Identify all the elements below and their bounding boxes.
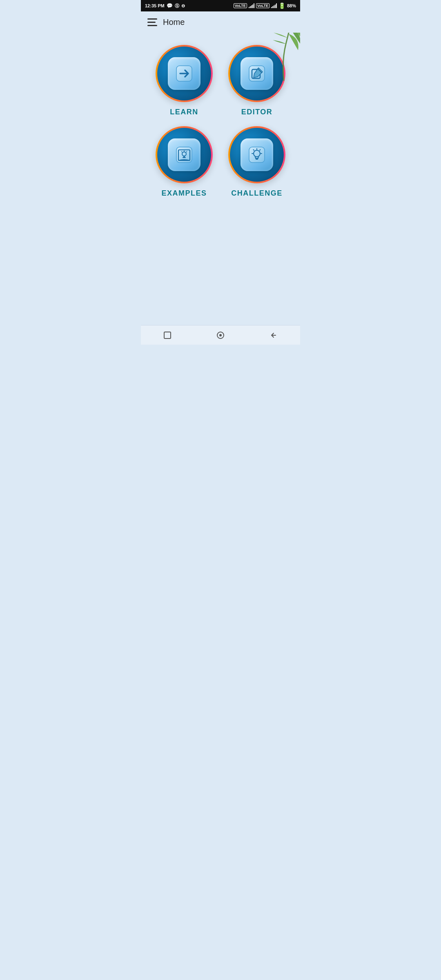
back-nav-button[interactable] [266,328,281,343]
svg-point-10 [219,334,222,336]
svg-rect-8 [164,332,171,339]
time-display: 12:35 PM [145,3,165,8]
square-nav-button[interactable] [160,328,175,343]
menu-item-challenge[interactable]: CHALLENGE [224,126,290,198]
challenge-label: CHALLENGE [231,189,283,198]
pencil-edit-icon [248,65,266,82]
app-bar: Home [141,11,300,33]
editor-label: EDITOR [241,108,273,116]
signal-bars-1 [249,3,254,8]
editor-circle-button[interactable] [228,45,285,102]
editor-icon-box [241,57,273,90]
challenge-circle-button[interactable] [228,126,285,183]
lightbulb-icon [248,146,266,164]
book-lightbulb-icon [175,146,193,164]
menu-grid: LEARN [151,45,290,198]
volte-label-2: VoLTE [256,3,270,8]
challenge-icon-box [241,138,273,171]
status-right: VoLTE VoLTE 🔋 88% [234,2,296,9]
menu-button[interactable] [147,18,157,26]
status-bar: 12:35 PM 💬 Ⓢ ⊖ VoLTE VoLTE 🔋 88% [141,0,300,11]
menu-item-learn[interactable]: LEARN [151,45,217,116]
hamburger-line-3 [147,25,157,26]
learn-circle-button[interactable] [156,45,213,102]
examples-circle-inner [157,128,211,182]
learn-circle-inner [157,47,211,100]
battery-icon: 🔋 [278,2,285,9]
circle-home-icon [216,331,225,340]
examples-label: EXAMPLES [161,189,207,198]
whatsapp-icon: 💬 [167,3,173,9]
learn-label: LEARN [170,108,198,116]
examples-icon-box [168,138,200,171]
arrow-right-icon [175,65,193,82]
notification-icon-1: Ⓢ [175,3,179,9]
signal-bars-2 [271,3,277,8]
menu-item-editor[interactable]: EDITOR [224,45,290,116]
volte-label-1: VoLTE [234,3,247,8]
challenge-circle-inner [230,128,284,182]
notification-icon-2: ⊖ [181,3,185,9]
back-arrow-icon [269,331,278,340]
hamburger-line-2 [147,22,156,23]
home-nav-button[interactable] [213,328,228,343]
learn-icon-box [168,57,200,90]
bottom-nav [141,325,300,345]
main-content: LEARN [141,33,300,206]
square-icon [163,331,172,340]
status-left: 12:35 PM 💬 Ⓢ ⊖ [145,3,185,9]
page-title: Home [163,18,185,27]
hamburger-line-1 [147,18,157,20]
examples-circle-button[interactable] [156,126,213,183]
menu-item-examples[interactable]: EXAMPLES [151,126,217,198]
battery-level: 88% [287,3,296,8]
editor-circle-inner [230,47,284,100]
